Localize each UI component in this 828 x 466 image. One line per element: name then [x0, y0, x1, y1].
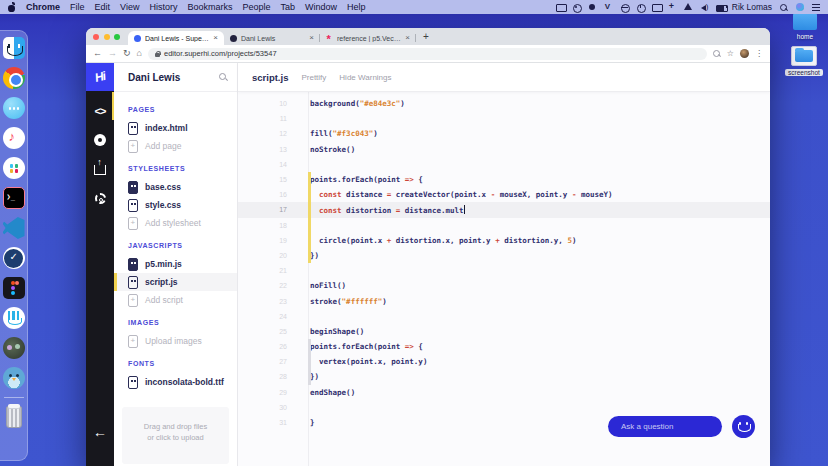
code-line-19[interactable]: 19 circle(point.x + distortion.x, point.…	[238, 233, 770, 248]
code-line-10[interactable]: 10background("#e84e3c")	[238, 96, 770, 111]
sidebar-item-style-css[interactable]: style.css	[114, 196, 237, 214]
sidebar-item-base-css[interactable]: base.css	[114, 178, 237, 196]
code-line-26[interactable]: 26points.forEach(point => {	[238, 339, 770, 354]
code-line-23[interactable]: 23stroke("#ffffff")	[238, 293, 770, 308]
dock-item-vscode[interactable]	[3, 217, 25, 239]
tab-close-icon[interactable]: ×	[405, 34, 410, 42]
volume-icon[interactable]	[700, 3, 709, 12]
code-line-25[interactable]: 25beginShape()	[238, 324, 770, 339]
dock-item-terminal[interactable]	[3, 187, 25, 209]
home-icon[interactable]: ⌂	[137, 49, 142, 58]
close-window-button[interactable]	[93, 34, 99, 40]
clock-icon[interactable]	[636, 3, 645, 12]
code-line-27[interactable]: 27 vertex(point.x, point.y)	[238, 354, 770, 369]
tab-2[interactable]: Dani Lewis×	[224, 31, 320, 45]
menu-bookmarks[interactable]: Bookmarks	[187, 2, 232, 12]
back-icon[interactable]: ←	[93, 49, 102, 58]
code-line-24[interactable]: 24	[238, 309, 770, 324]
assistant-smiley-button[interactable]	[732, 415, 755, 438]
settings-gear-icon[interactable]	[95, 193, 106, 204]
desktop-folder-home[interactable]: home	[785, 13, 825, 40]
search-icon[interactable]	[219, 73, 227, 81]
code-line-21[interactable]: 21	[238, 263, 770, 278]
preview-eye-icon[interactable]	[94, 134, 106, 146]
code-line-22[interactable]: 22noFill()	[238, 278, 770, 293]
keyhole-icon[interactable]	[572, 3, 581, 12]
tab-3[interactable]: reference | p5.Vector×	[320, 31, 416, 45]
dock-item-trash[interactable]	[3, 406, 25, 428]
plus-icon[interactable]	[668, 3, 677, 12]
sidebar-item-script-js[interactable]: script.js	[114, 273, 237, 291]
menu-help[interactable]: Help	[347, 2, 366, 12]
code-line-14[interactable]: 14	[238, 157, 770, 172]
zoom-page-icon[interactable]	[713, 50, 721, 58]
url-text[interactable]: editor.superhi.com/projects/53547	[164, 49, 277, 58]
dock-item-mail[interactable]	[3, 247, 25, 269]
sidebar-item-p5-min-js[interactable]: p5.min.js	[114, 255, 237, 273]
zoom-window-button[interactable]	[114, 34, 120, 40]
sidebar-item-add-page[interactable]: Add page	[114, 137, 237, 155]
tab-1[interactable]: Dani Lewis - SuperHi×	[128, 31, 224, 45]
sidebar-item-index-html[interactable]: index.html	[114, 119, 237, 137]
dock-item-figma[interactable]	[3, 277, 25, 299]
apple-menu-icon[interactable]	[8, 3, 16, 12]
tab-close-icon[interactable]: ×	[309, 34, 314, 42]
code-view-icon[interactable]: <>	[95, 105, 106, 117]
code-line-18[interactable]: 18	[238, 218, 770, 233]
dock-item-bird[interactable]	[3, 367, 25, 389]
menu-tab[interactable]: Tab	[280, 2, 295, 12]
upload-dropzone[interactable]: Drag and drop filesor click to upload	[122, 407, 229, 464]
bookmark-star-icon[interactable]: ☆	[727, 50, 734, 58]
sidebar-item-upload-images[interactable]: Upload images	[114, 332, 237, 350]
code-line-16[interactable]: 16 const distance = createVector(point.x…	[238, 187, 770, 202]
menu-people[interactable]: People	[242, 2, 270, 12]
screen-mirroring-icon[interactable]	[556, 3, 565, 12]
dock-item-finder[interactable]	[3, 37, 25, 59]
code-line-20[interactable]: 20})	[238, 248, 770, 263]
code-line-12[interactable]: 12fill("#f3c043")	[238, 126, 770, 141]
desktop-screenshot-file[interactable]: screenshot	[784, 46, 824, 76]
siri-icon[interactable]	[795, 3, 804, 12]
address-bar[interactable]: editor.superhi.com/projects/53547	[148, 48, 707, 60]
code-line-29[interactable]: 29endShape()	[238, 385, 770, 400]
publish-upload-icon[interactable]	[94, 165, 106, 175]
forward-icon[interactable]: →	[108, 49, 117, 58]
reload-icon[interactable]: ↻	[123, 49, 131, 58]
code-line-11[interactable]: 11	[238, 111, 770, 126]
menu-file[interactable]: File	[70, 2, 85, 12]
record-dot-icon[interactable]	[588, 3, 597, 12]
battery-icon[interactable]	[716, 3, 725, 12]
code-line-28[interactable]: 28})	[238, 369, 770, 384]
display-icon[interactable]	[652, 3, 661, 12]
dock-item-messages[interactable]	[3, 97, 25, 119]
code-line-15[interactable]: 15points.forEach(point => {	[238, 172, 770, 187]
profile-avatar[interactable]	[740, 49, 749, 58]
dock-item-music[interactable]	[3, 127, 25, 149]
minimize-window-button[interactable]	[104, 34, 110, 40]
globe-icon[interactable]	[620, 3, 629, 12]
prettify-button[interactable]: Prettify	[301, 73, 326, 82]
code-editor[interactable]: 10background("#e84e3c")1112fill("#f3c043…	[238, 92, 770, 466]
superhi-logo[interactable]: Hi	[86, 63, 114, 91]
wifi-icon[interactable]	[684, 3, 693, 12]
code-line-13[interactable]: 13noStroke()	[238, 142, 770, 157]
list-icon[interactable]	[811, 3, 820, 12]
tab-close-icon[interactable]: ×	[213, 34, 218, 42]
new-tab-button[interactable]: +	[423, 31, 429, 42]
spotlight-icon[interactable]	[779, 3, 788, 12]
menu-edit[interactable]: Edit	[95, 2, 111, 12]
ask-question-button[interactable]: Ask a question	[608, 416, 722, 437]
menu-history[interactable]: History	[149, 2, 177, 12]
dock-item-gif[interactable]	[3, 337, 25, 359]
dock-item-alexa[interactable]	[3, 307, 25, 329]
sidebar-item-add-stylesheet[interactable]: Add stylesheet	[114, 214, 237, 232]
dock-item-slack[interactable]	[3, 157, 25, 179]
menu-chrome[interactable]: Chrome	[26, 2, 60, 12]
sidebar-item-add-script[interactable]: Add script	[114, 291, 237, 309]
code-line-30[interactable]: 30	[238, 400, 770, 415]
vanilla-icon[interactable]	[604, 3, 613, 12]
dock-item-chrome[interactable]	[3, 67, 25, 89]
code-line-17[interactable]: 17 const distortion = distance.mult	[238, 202, 770, 217]
hide-warnings-button[interactable]: Hide Warnings	[339, 73, 391, 82]
menu-window[interactable]: Window	[305, 2, 337, 12]
